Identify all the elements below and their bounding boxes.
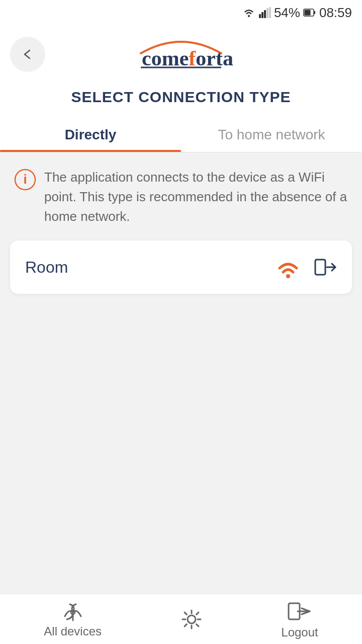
wifi-status-icon — [242, 7, 256, 18]
device-card[interactable]: Room — [10, 240, 352, 294]
svg-point-0 — [248, 15, 250, 17]
settings-nav-item[interactable] — [169, 607, 214, 631]
page-title-section: SELECT CONNECTION TYPE — [0, 84, 362, 116]
all-devices-icon — [60, 600, 86, 622]
all-devices-nav-item[interactable]: All devices — [34, 600, 112, 638]
svg-rect-4 — [266, 8, 268, 18]
svg-rect-2 — [261, 12, 263, 18]
svg-text:comeforta: comeforta — [142, 47, 233, 70]
svg-rect-3 — [264, 10, 266, 18]
svg-rect-8 — [304, 10, 310, 16]
svg-rect-1 — [259, 14, 261, 18]
comeforta-logo: comeforta — [111, 34, 251, 74]
device-name: Room — [25, 258, 68, 277]
logout-nav-item[interactable]: Logout — [271, 599, 328, 639]
svg-rect-7 — [314, 11, 315, 14]
device-actions — [275, 256, 337, 279]
bottom-nav: All devices Logout — [0, 594, 362, 644]
tab-directly[interactable]: Directly — [0, 116, 181, 152]
back-icon — [21, 47, 35, 61]
battery-icon — [303, 7, 316, 18]
status-bar: 54% 08:59 — [0, 0, 362, 25]
logout-icon — [287, 599, 313, 623]
svg-rect-5 — [269, 7, 271, 18]
signal-icon — [259, 7, 271, 18]
status-icons: 54% 08:59 — [242, 5, 352, 21]
info-icon: i — [14, 169, 36, 193]
settings-icon — [179, 607, 204, 631]
all-devices-label: All devices — [44, 624, 102, 638]
time-display: 08:59 — [319, 5, 352, 21]
header: comeforta — [0, 25, 362, 84]
svg-point-16 — [188, 615, 196, 623]
logo-container: comeforta — [45, 34, 352, 74]
svg-point-13 — [286, 274, 290, 278]
device-wifi-icon — [275, 256, 302, 278]
connect-icon — [314, 256, 337, 279]
battery-percent: 54% — [274, 5, 300, 21]
info-box: i The application connects to the device… — [10, 168, 352, 226]
main-content: i The application connects to the device… — [0, 152, 362, 594]
logout-label: Logout — [281, 625, 318, 639]
svg-text:i: i — [23, 172, 27, 187]
info-description: The application connects to the device a… — [44, 168, 348, 226]
tabs-container: Directly To home network — [0, 116, 362, 152]
back-button[interactable] — [10, 37, 45, 72]
page-title: SELECT CONNECTION TYPE — [10, 89, 352, 106]
tab-home-network[interactable]: To home network — [181, 116, 362, 152]
svg-rect-14 — [315, 260, 325, 275]
